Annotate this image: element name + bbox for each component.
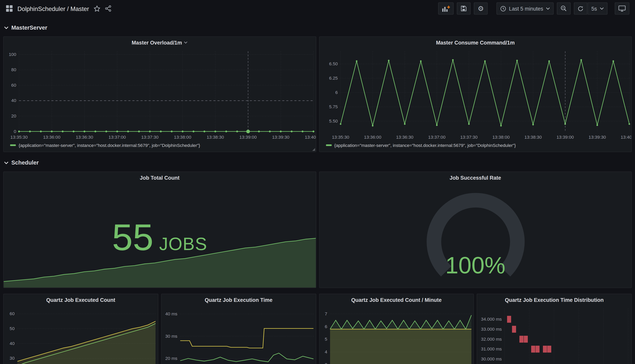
master-overload-legend[interactable]: {application="master-server", instance="… [4, 141, 316, 152]
panel-title-master-overload[interactable]: Master Overload/1m [4, 37, 316, 48]
panel-quartz-executed-count: Quartz Job Executed Count 30405060 [3, 294, 158, 364]
quartz-executed-per-minute-chart[interactable]: 34567 [319, 305, 473, 364]
chevron-down-icon [546, 7, 550, 10]
top-nav: DolphinScheduler / Master ⚙ Last 5 minut… [0, 0, 635, 17]
dashboard-settings-button[interactable]: ⚙ [474, 2, 488, 14]
job-total-count-chart[interactable]: 55 JOBS [4, 183, 316, 288]
svg-text:4: 4 [325, 349, 327, 354]
svg-text:13:37:00: 13:37:00 [428, 134, 445, 140]
panel-job-total-count: Job Total Count 55 JOBS [3, 172, 316, 288]
nav-right: ⚙ Last 5 minutes 5s [439, 2, 629, 14]
gauge-value: 100% [319, 254, 631, 277]
quartz-execution-time-chart[interactable]: 20 ms30 ms40 ms [161, 305, 316, 364]
svg-text:30.000 ms: 30.000 ms [481, 356, 502, 362]
panel-title-text: Master Consume Command/1m [436, 40, 515, 46]
svg-text:31.000 ms: 31.000 ms [481, 346, 502, 352]
svg-text:13:39:00: 13:39:00 [239, 134, 257, 140]
master-consume-chart[interactable]: 5.505.7566.256.5013:35:3013:36:0013:36:3… [319, 48, 631, 141]
svg-text:34.000 ms: 34.000 ms [481, 316, 502, 322]
svg-text:40: 40 [11, 98, 16, 103]
panel-quartz-executed-per-minute: Quartz Job Executed Count / Minute 34567 [319, 294, 474, 364]
svg-text:13:36:30: 13:36:30 [396, 134, 413, 140]
panel-title-text: Quartz Job Execution Time [204, 297, 272, 303]
panel-title-job-total-count[interactable]: Job Total Count [4, 172, 316, 183]
svg-text:13:37:30: 13:37:30 [460, 134, 477, 140]
svg-text:20 ms: 20 ms [165, 356, 177, 361]
dashboard-breadcrumb[interactable]: DolphinScheduler / Master [18, 5, 89, 12]
svg-text:0: 0 [14, 129, 16, 134]
master-overload-chart[interactable]: 02040608010013:35:3013:36:0013:36:3013:3… [4, 48, 316, 141]
panel-quartz-execution-time: Quartz Job Execution Time 20 ms30 ms40 m… [161, 294, 316, 364]
apps-grid-icon[interactable] [6, 5, 13, 12]
svg-text:13:37:00: 13:37:00 [109, 134, 126, 140]
master-consume-legend[interactable]: {application="master-server", instance="… [319, 141, 631, 152]
svg-text:7: 7 [325, 311, 327, 316]
chevron-down-icon [4, 161, 9, 164]
kiosk-mode-button[interactable] [615, 2, 629, 14]
panel-title-job-successful-rate[interactable]: Job Successful Rate [319, 172, 631, 183]
save-dashboard-button[interactable] [457, 2, 471, 14]
svg-text:33.000 ms: 33.000 ms [481, 326, 502, 332]
masterserver-panels: Master Overload/1m 02040608010013:35:301… [0, 36, 635, 152]
svg-text:60: 60 [11, 82, 16, 88]
svg-text:13:39:00: 13:39:00 [556, 134, 573, 140]
svg-text:13:38:30: 13:38:30 [524, 134, 542, 140]
panel-title-quartz-execution-time[interactable]: Quartz Job Execution Time [161, 294, 316, 305]
legend-label: {application="master-server", instance="… [19, 142, 200, 148]
star-icon[interactable] [93, 5, 100, 12]
row-title: Scheduler [11, 160, 39, 166]
svg-text:5.75: 5.75 [329, 104, 338, 109]
svg-text:6.50: 6.50 [329, 61, 338, 66]
quartz-executed-count-chart[interactable]: 30405060 [4, 305, 158, 364]
row-title: MasterServer [11, 24, 47, 31]
panel-title-text: Quartz Job Executed Count / Minute [351, 297, 442, 303]
zoom-out-button[interactable] [557, 2, 571, 14]
monitor-icon [618, 5, 625, 12]
svg-text:13:39:30: 13:39:30 [272, 134, 289, 140]
panel-title-quartz-executed-per-minute[interactable]: Quartz Job Executed Count / Minute [319, 294, 473, 305]
panel-title-text: Quartz Job Execution Time Distribution [505, 297, 603, 303]
legend-swatch [10, 144, 16, 146]
legend-swatch [326, 144, 331, 146]
svg-text:60: 60 [10, 311, 15, 316]
svg-text:13:40:00: 13:40:00 [620, 134, 631, 140]
svg-text:13:36:00: 13:36:00 [43, 134, 60, 140]
svg-text:6: 6 [325, 324, 327, 329]
refresh-interval-picker[interactable]: 5s [588, 2, 607, 14]
row-header-scheduler[interactable]: Scheduler [4, 159, 631, 167]
chevron-down-icon [600, 7, 604, 10]
svg-text:5: 5 [325, 336, 327, 342]
svg-text:3: 3 [325, 362, 327, 364]
svg-text:13:35:30: 13:35:30 [11, 134, 28, 140]
save-icon [461, 5, 467, 12]
resize-handle[interactable] [312, 148, 315, 151]
svg-text:5.50: 5.50 [329, 118, 338, 124]
refresh-button[interactable] [574, 2, 587, 14]
svg-text:13:38:30: 13:38:30 [206, 134, 224, 140]
svg-text:100: 100 [9, 52, 16, 57]
share-icon[interactable] [105, 5, 111, 12]
time-range-label: Last 5 minutes [509, 6, 543, 12]
add-panel-icon [442, 5, 450, 12]
svg-text:50: 50 [10, 326, 15, 331]
refresh-icon [578, 6, 584, 12]
row-header-masterserver[interactable]: MasterServer [4, 24, 631, 32]
gear-icon: ⚙ [478, 5, 484, 12]
panel-title-master-consume[interactable]: Master Consume Command/1m [319, 37, 631, 48]
quartz-time-distribution-heatmap[interactable]: 34.000 ms33.000 ms32.000 ms31.000 ms30.0… [477, 305, 631, 364]
add-panel-button[interactable] [439, 2, 454, 14]
chevron-down-icon [4, 26, 9, 29]
job-successful-rate-gauge[interactable]: 100% [319, 183, 631, 288]
svg-text:32.000 ms: 32.000 ms [481, 336, 502, 342]
panel-job-successful-rate: Job Successful Rate 100% [319, 172, 632, 288]
panel-title-quartz-time-distribution[interactable]: Quartz Job Execution Time Distribution [477, 294, 631, 305]
clock-icon [500, 6, 506, 12]
svg-text:80: 80 [11, 67, 16, 72]
panel-title-text: Job Successful Rate [450, 174, 501, 181]
time-range-picker[interactable]: Last 5 minutes [496, 2, 554, 14]
panel-title-quartz-executed-count[interactable]: Quartz Job Executed Count [4, 294, 158, 305]
svg-text:13:36:00: 13:36:00 [364, 134, 381, 140]
stat-suffix: JOBS [159, 234, 207, 254]
legend-label: {application="master-server", instance="… [334, 142, 516, 148]
svg-text:13:38:00: 13:38:00 [174, 134, 191, 140]
